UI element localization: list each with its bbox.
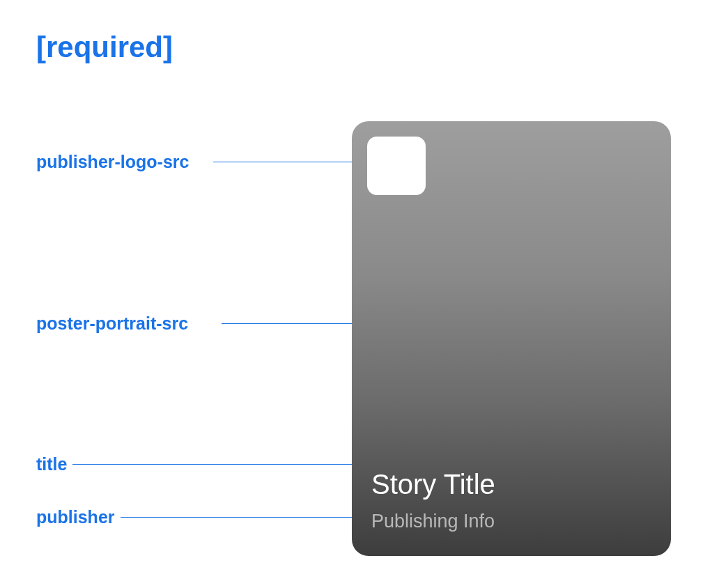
- label-publisher-logo-src: publisher-logo-src: [36, 152, 189, 172]
- publishing-info-text: Publishing Info: [371, 511, 495, 532]
- label-title: title: [36, 454, 67, 474]
- section-heading: [required]: [36, 31, 173, 64]
- connector-line: [72, 464, 362, 465]
- connector-line: [121, 517, 362, 518]
- label-publisher: publisher: [36, 507, 115, 527]
- publisher-logo-placeholder: [367, 137, 426, 195]
- story-title-text: Story Title: [371, 469, 495, 500]
- story-card-poster: Story Title Publishing Info: [352, 121, 671, 556]
- label-poster-portrait-src: poster-portrait-src: [36, 314, 188, 334]
